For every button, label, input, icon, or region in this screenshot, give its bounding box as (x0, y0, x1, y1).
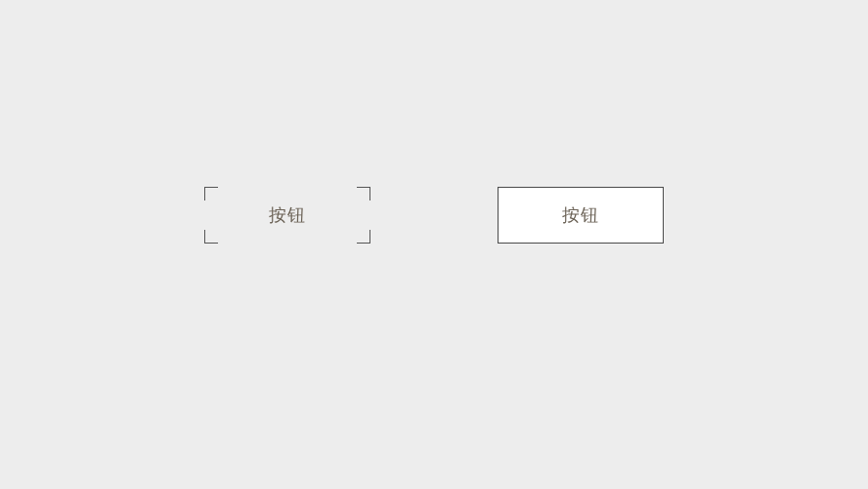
corner-bottom-left-icon (204, 230, 218, 244)
button-group: 按钮 按钮 (204, 187, 664, 244)
dashed-button[interactable]: 按钮 (204, 187, 370, 244)
dashed-button-label: 按钮 (269, 203, 306, 227)
solid-button[interactable]: 按钮 (498, 187, 664, 244)
corner-top-right-icon (357, 187, 370, 200)
corner-top-left-icon (204, 187, 218, 200)
solid-button-label: 按钮 (562, 203, 599, 227)
corner-bottom-right-icon (357, 230, 370, 244)
